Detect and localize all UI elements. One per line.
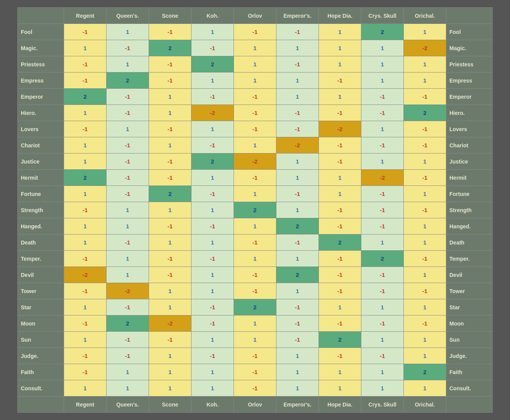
cell-19-1: -1	[107, 332, 149, 348]
cell-0-2: -1	[149, 24, 191, 40]
header-col-1: Queen's.	[107, 8, 149, 24]
cell-13-2: 1	[149, 234, 191, 251]
cell-1-7: 1	[361, 40, 404, 56]
cell-12-4: 1	[234, 218, 276, 234]
cell-19-0: 1	[64, 332, 107, 348]
cell-22-6: 1	[319, 380, 361, 396]
cell-4-7: -1	[361, 89, 404, 105]
cell-4-8: -1	[404, 89, 446, 105]
cell-22-7: 1	[361, 380, 404, 396]
row-label-right-7: Chariot	[446, 137, 493, 153]
cell-21-4: -1	[234, 364, 276, 380]
cell-20-6: -1	[319, 348, 361, 364]
cell-5-2: 1	[149, 105, 191, 121]
cell-11-8: -1	[404, 202, 446, 218]
cell-18-1: 2	[107, 315, 149, 332]
cell-15-6: -1	[319, 267, 361, 283]
cell-22-8: 1	[404, 380, 446, 396]
cell-6-6: -2	[319, 121, 361, 137]
cell-11-7: -1	[361, 202, 404, 218]
header-col-5: Emperor's.	[276, 8, 319, 24]
cell-12-2: -1	[149, 218, 191, 234]
cell-16-2: 1	[149, 283, 191, 299]
table-row: Hanged.11-1-112-1-11Hanged.	[18, 218, 493, 234]
cell-2-0: -1	[64, 56, 107, 73]
footer-col-6: Hope Dia.	[319, 396, 361, 413]
cell-3-5: 1	[276, 73, 319, 89]
cell-0-5: -1	[276, 24, 319, 40]
cell-18-8: -1	[404, 315, 446, 332]
row-label-20: Judge.	[18, 348, 64, 364]
cell-0-6: 1	[319, 24, 361, 40]
cell-14-2: -1	[149, 251, 191, 267]
cell-9-8: -1	[404, 170, 446, 186]
cell-0-8: 1	[404, 24, 446, 40]
cell-21-8: 2	[404, 364, 446, 380]
cell-15-5: 2	[276, 267, 319, 283]
cell-11-3: 1	[191, 202, 234, 218]
footer-empty-right	[446, 396, 493, 413]
row-label-2: Priestess	[18, 56, 64, 73]
row-label-8: Justice	[18, 153, 64, 170]
cell-4-2: 1	[149, 89, 191, 105]
cell-0-7: 2	[361, 24, 404, 40]
cell-11-2: 1	[149, 202, 191, 218]
cell-22-5: 1	[276, 380, 319, 396]
cell-5-0: 1	[64, 105, 107, 121]
table-row: Death1-111-1-1211Death	[18, 234, 493, 251]
cell-22-1: 1	[107, 380, 149, 396]
cell-21-7: 1	[361, 364, 404, 380]
footer-col-4: Orlov	[234, 396, 276, 413]
row-label-22: Consult.	[18, 380, 64, 396]
cell-13-5: -1	[276, 234, 319, 251]
cell-12-3: -1	[191, 218, 234, 234]
cell-17-3: -1	[191, 299, 234, 315]
cell-15-3: 1	[191, 267, 234, 283]
cell-3-7: 1	[361, 73, 404, 89]
cell-4-6: 1	[319, 89, 361, 105]
cell-10-5: -1	[276, 186, 319, 202]
cell-10-6: 1	[319, 186, 361, 202]
cell-4-0: 2	[64, 89, 107, 105]
cell-0-0: -1	[64, 24, 107, 40]
cell-2-8: 1	[404, 56, 446, 73]
cell-13-0: 1	[64, 234, 107, 251]
cell-1-8: -2	[404, 40, 446, 56]
cell-11-4: 2	[234, 202, 276, 218]
row-label-right-14: Temper.	[446, 251, 493, 267]
header-empty-left	[18, 8, 64, 24]
cell-12-7: -1	[361, 218, 404, 234]
table-row: Priestess-11-121-1111Priestess	[18, 56, 493, 73]
cell-7-5: -2	[276, 137, 319, 153]
cell-6-3: 1	[191, 121, 234, 137]
cell-6-0: -1	[64, 121, 107, 137]
row-label-right-0: Fool	[446, 24, 493, 40]
cell-15-8: 1	[404, 267, 446, 283]
header-col-7: Crys. Skull	[361, 8, 404, 24]
row-label-10: Fortune	[18, 186, 64, 202]
cell-11-0: -1	[64, 202, 107, 218]
cell-9-4: -1	[234, 170, 276, 186]
footer-col-8: Orichal.	[404, 396, 446, 413]
footer-col-3: Koh.	[191, 396, 234, 413]
row-label-19: Sun	[18, 332, 64, 348]
cell-20-5: 1	[276, 348, 319, 364]
cell-5-3: -2	[191, 105, 234, 121]
cell-16-8: -1	[404, 283, 446, 299]
cell-2-7: 1	[361, 56, 404, 73]
cell-5-7: -1	[361, 105, 404, 121]
cell-4-1: -1	[107, 89, 149, 105]
cell-5-5: -1	[276, 105, 319, 121]
cell-13-6: 2	[319, 234, 361, 251]
row-label-17: Star	[18, 299, 64, 315]
cell-2-3: 2	[191, 56, 234, 73]
cell-22-3: 1	[191, 380, 234, 396]
cell-1-6: 1	[319, 40, 361, 56]
cell-17-7: 1	[361, 299, 404, 315]
cell-8-7: 1	[361, 153, 404, 170]
row-label-right-3: Empress	[446, 73, 493, 89]
row-label-right-1: Magic.	[446, 40, 493, 56]
cell-10-7: -1	[361, 186, 404, 202]
cell-22-2: 1	[149, 380, 191, 396]
cell-20-0: -1	[64, 348, 107, 364]
